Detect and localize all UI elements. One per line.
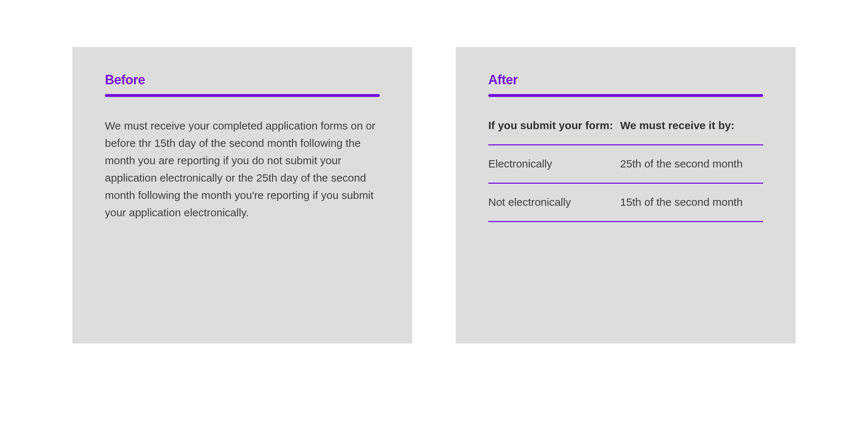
- after-table: If you submit your form: We must receive…: [488, 117, 763, 222]
- table-cell-right: 25th of the second month: [620, 156, 763, 172]
- table-row: Electronically 25th of the second month: [488, 145, 763, 184]
- after-rule: [488, 94, 763, 97]
- table-cell-left: Not electronically: [488, 194, 620, 210]
- after-heading: After: [488, 72, 763, 88]
- after-panel: After If you submit your form: We must r…: [456, 47, 796, 344]
- table-row: Not electronically 15th of the second mo…: [488, 184, 763, 222]
- table-header-right: We must receive it by:: [620, 117, 763, 133]
- before-rule: [105, 94, 380, 97]
- before-panel: Before We must receive your completed ap…: [72, 47, 412, 344]
- table-header-row: If you submit your form: We must receive…: [488, 117, 763, 145]
- before-heading: Before: [105, 72, 380, 88]
- table-cell-right: 15th of the second month: [620, 194, 763, 210]
- table-header-left: If you submit your form:: [488, 117, 620, 133]
- before-text: We must receive your completed applicati…: [105, 117, 380, 221]
- table-cell-left: Electronically: [488, 156, 620, 172]
